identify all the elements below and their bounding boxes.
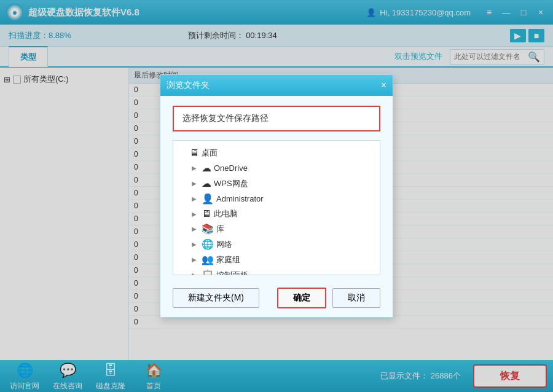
folder-label: Administrator — [216, 194, 264, 203]
dialog-prompt: 选择恢复文件保存路径 — [173, 106, 380, 131]
tree-arrow-icon: ▶ — [192, 225, 199, 232]
tree-arrow-icon: ▶ — [192, 180, 199, 187]
folder-label: WPS网盘 — [214, 178, 248, 189]
folder-icon: 👥 — [202, 254, 214, 265]
tree-item[interactable]: ▶📋控制面板 — [179, 267, 374, 275]
dialog-tree[interactable]: 🖥桌面▶☁OneDrive▶☁WPS网盘▶👤Administrator▶🖥此电脑… — [173, 140, 380, 275]
folder-label: 桌面 — [202, 147, 218, 159]
folder-icon: 📋 — [202, 269, 214, 275]
tree-item[interactable]: ▶🖥此电脑 — [179, 206, 374, 221]
tree-arrow-icon: ▶ — [192, 241, 199, 248]
tree-item[interactable]: ▶☁OneDrive — [179, 160, 374, 176]
dialog-body: 选择恢复文件保存路径 🖥桌面▶☁OneDrive▶☁WPS网盘▶👤Adminis… — [160, 96, 393, 281]
folder-icon: 🖥 — [189, 147, 199, 159]
tree-arrow-icon: ▶ — [192, 195, 199, 202]
folder-label: OneDrive — [214, 163, 248, 173]
tree-item[interactable]: ▶📚库 — [179, 221, 374, 237]
tree-arrow-icon: ▶ — [192, 256, 199, 263]
folder-label: 库 — [216, 224, 224, 235]
folder-icon: ☁ — [202, 162, 211, 174]
cancel-button[interactable]: 取消 — [332, 288, 380, 308]
tree-arrow-icon: ▶ — [192, 211, 199, 218]
tree-item[interactable]: ▶🌐网络 — [179, 237, 374, 252]
folder-label: 网络 — [216, 239, 232, 250]
new-folder-button[interactable]: 新建文件夹(M) — [173, 288, 259, 308]
dialog-title: 浏览文件夹 — [167, 80, 381, 91]
browse-folder-dialog: 浏览文件夹 × 选择恢复文件保存路径 🖥桌面▶☁OneDrive▶☁WPS网盘▶… — [160, 74, 393, 318]
folder-icon: ☁ — [202, 178, 211, 189]
folder-label: 此电脑 — [214, 208, 238, 219]
folder-label: 家庭组 — [216, 254, 240, 265]
dialog-footer: 新建文件夹(M) 确定 取消 — [160, 281, 393, 317]
tree-item[interactable]: ▶👥家庭组 — [179, 252, 374, 267]
dialog-overlay: 浏览文件夹 × 选择恢复文件保存路径 🖥桌面▶☁OneDrive▶☁WPS网盘▶… — [0, 0, 553, 392]
tree-item[interactable]: 🖥桌面 — [179, 146, 374, 160]
tree-item[interactable]: ▶👤Administrator — [179, 191, 374, 206]
folder-icon: 📚 — [202, 223, 214, 235]
folder-icon: 🌐 — [202, 238, 214, 250]
tree-item[interactable]: ▶☁WPS网盘 — [179, 176, 374, 191]
folder-icon: 🖥 — [202, 208, 211, 219]
dialog-titlebar: 浏览文件夹 × — [160, 75, 393, 96]
dialog-close-icon[interactable]: × — [381, 80, 386, 91]
tree-arrow-icon: ▶ — [192, 272, 199, 275]
folder-icon: 👤 — [202, 193, 214, 205]
tree-arrow-icon: ▶ — [192, 165, 199, 171]
ok-button[interactable]: 确定 — [277, 288, 326, 308]
folder-label: 控制面板 — [216, 270, 248, 276]
